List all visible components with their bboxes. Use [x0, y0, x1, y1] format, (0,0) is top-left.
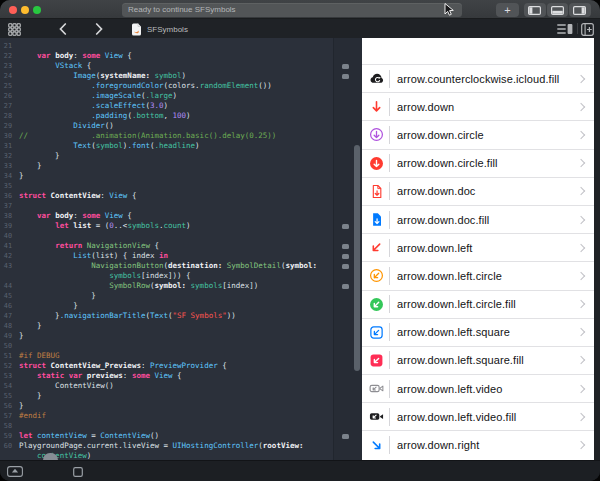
code-token: var: [37, 211, 51, 220]
symbol-row[interactable]: arrow.down.left.square.fill: [362, 346, 594, 374]
toggle-bottom-panel-button[interactable]: [547, 3, 569, 17]
code-token: PreviewProvider: [150, 361, 218, 370]
code-line: 22 var body: some View {: [0, 51, 333, 61]
code-token: }: [19, 161, 42, 170]
code-token: [19, 271, 109, 280]
stop-button[interactable]: [71, 466, 85, 478]
run-button-peek[interactable]: [43, 453, 58, 460]
code-token: .headline: [154, 141, 195, 150]
console-toggle-button[interactable]: [6, 465, 24, 478]
result-button[interactable]: [342, 434, 349, 439]
result-button[interactable]: [342, 74, 349, 79]
result-button[interactable]: [342, 284, 349, 289]
code-token: var: [69, 371, 83, 380]
code-token: ): [186, 221, 191, 230]
add-viewer-button[interactable]: [580, 22, 595, 36]
result-button[interactable]: [342, 224, 349, 229]
symbol-row[interactable]: arrow.down.circle: [362, 120, 594, 148]
code-token: let: [19, 431, 33, 440]
line-number: 60: [0, 441, 19, 451]
code-token: [19, 251, 73, 260]
right-panel-icon: [573, 6, 586, 15]
chevron-right-icon: [577, 243, 585, 251]
chevron-right-icon: [577, 328, 585, 336]
code-token: rootView:: [263, 441, 304, 450]
code-token: symbols: [191, 281, 223, 290]
symbol-row[interactable]: arrow.down.circle.fill: [362, 149, 594, 177]
zoom-button[interactable]: [33, 6, 41, 14]
toggle-right-panel-button[interactable]: [569, 3, 591, 17]
code-token: ()): [258, 81, 272, 90]
code-token: {: [173, 371, 182, 380]
toggle-results-button[interactable]: [556, 22, 574, 36]
result-button[interactable]: [342, 244, 349, 249]
code-line: 29 Divider(): [0, 121, 333, 131]
chevron-right-icon: [577, 103, 585, 111]
minimize-button[interactable]: [21, 6, 29, 14]
line-number: 32: [0, 151, 19, 161]
window-edge: [594, 38, 600, 460]
line-number: 50: [0, 341, 19, 351]
symbol-row[interactable]: arrow.down.left.square: [362, 318, 594, 346]
arrow.down.left.square.fill-icon: [368, 353, 384, 368]
code-token: }: [19, 151, 60, 160]
code-line: 39 let list = (0..<symbols.count): [0, 221, 333, 231]
code-token: (): [105, 121, 114, 130]
status-field[interactable]: Ready to continue SFSymbols: [122, 3, 462, 17]
line-number: 47: [0, 311, 19, 321]
result-button[interactable]: [342, 254, 349, 259]
line-number: 45: [0, 291, 19, 301]
code-editor[interactable]: 2122 var body: some View {23 VStack {24 …: [0, 38, 362, 460]
code-token: ): [195, 141, 200, 150]
code-token: 100: [173, 111, 187, 120]
code-line: 23 VStack {: [0, 61, 333, 71]
forward-button[interactable]: [92, 22, 106, 36]
code-token: [19, 61, 55, 70]
code-line: 52struct ContentView_Previews: PreviewPr…: [0, 361, 333, 371]
arrow.down-icon: [368, 99, 384, 114]
bottom-panel-icon: [551, 6, 564, 15]
code-token: (list) { index: [91, 251, 159, 260]
toggle-left-panel-button[interactable]: [524, 3, 546, 17]
add-tab-button[interactable]: +: [496, 3, 519, 17]
symbol-row[interactable]: arrow.down.doc.fill: [362, 205, 594, 233]
code-line: 49}: [0, 331, 333, 341]
symbol-row[interactable]: arrow.down.right: [362, 430, 594, 458]
symbol-row[interactable]: arrow.down.left.circle: [362, 261, 594, 289]
code-token: {: [150, 241, 159, 250]
close-button[interactable]: [9, 6, 17, 14]
row-divider: [389, 239, 390, 257]
editor-scrollbar[interactable]: [354, 145, 360, 371]
stop-square-icon: [73, 467, 83, 477]
code-token: let: [55, 221, 69, 230]
line-number: 30: [0, 131, 19, 141]
row-divider: [389, 408, 390, 426]
arrow.down.doc-icon: [368, 184, 384, 199]
line-number: 54: [0, 381, 19, 391]
code-token: symbols: [109, 271, 141, 280]
symbol-row[interactable]: arrow.down.left.video: [362, 374, 594, 402]
symbol-row[interactable]: arrow.down.left: [362, 233, 594, 261]
code-token: symbols: [127, 221, 159, 230]
playground-file-icon: [130, 22, 142, 36]
code-token: "SF Symbols": [173, 311, 227, 320]
back-button[interactable]: [56, 22, 70, 36]
show-all-playgrounds-button[interactable]: [7, 22, 21, 36]
symbol-name: arrow.down: [397, 101, 454, 113]
symbol-row[interactable]: arrow.counterclockwise.icloud.fill: [362, 64, 594, 92]
code-token: )): [227, 311, 236, 320]
result-button[interactable]: [342, 64, 349, 69]
symbol-row[interactable]: arrow.down.left.circle.fill: [362, 290, 594, 318]
line-number: 28: [0, 111, 19, 121]
symbol-row[interactable]: arrow.down.left.video.fill: [362, 402, 594, 430]
code-token: [19, 71, 73, 80]
code-token: list: [73, 221, 91, 230]
symbol-row[interactable]: arrow.down.doc: [362, 177, 594, 205]
symbol-row[interactable]: arrow.down: [362, 92, 594, 120]
code-token: }: [19, 311, 60, 320]
code-token: ContentView_Previews: [51, 361, 141, 370]
line-number: 26: [0, 91, 19, 101]
code-line: 60PlaygroundPage.current.liveView = UIHo…: [0, 441, 333, 451]
arrow.counterclockwise.icloud.fill-icon: [368, 71, 384, 86]
result-button[interactable]: [342, 264, 349, 269]
